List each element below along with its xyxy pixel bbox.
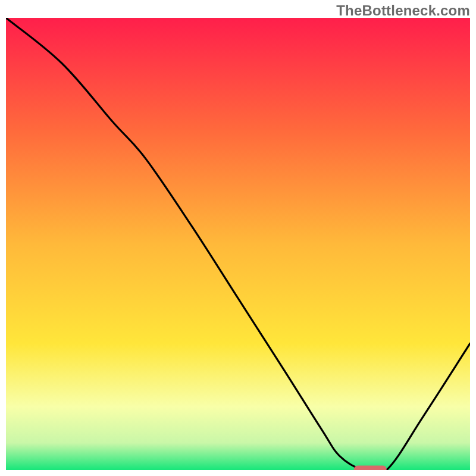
chart-stage: TheBottleneck.com	[0, 0, 476, 476]
watermark-text: TheBottleneck.com	[336, 2, 470, 19]
chart-svg	[6, 18, 470, 470]
chart-plot	[6, 18, 470, 470]
optimal-zone-marker	[354, 465, 387, 470]
chart-background	[6, 18, 470, 470]
